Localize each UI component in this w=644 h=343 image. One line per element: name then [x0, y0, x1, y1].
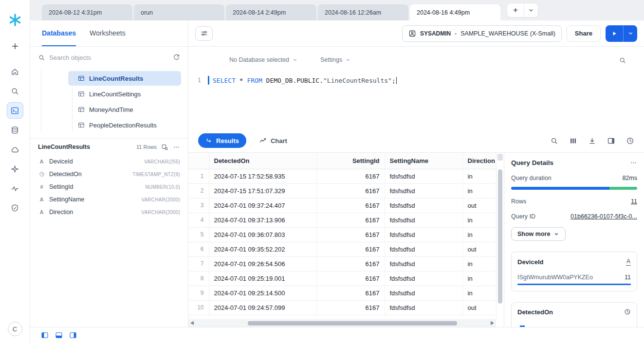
- worksheet-tab-1[interactable]: 2024-08-12 4:31pm: [42, 4, 132, 20]
- tab-databases[interactable]: Databases: [42, 20, 76, 46]
- table-row[interactable]: 12024-07-15 17:52:58.9356167fdsfsdfsdin: [188, 169, 496, 183]
- share-button[interactable]: Share: [567, 25, 601, 42]
- query-history-icon[interactable]: [626, 137, 634, 145]
- table-row[interactable]: 42024-07-01 09:37:13.9066167fdsfsdfsdin: [188, 213, 496, 227]
- role-warehouse-selector[interactable]: SYSADMIN • SAMPLE_WAREHOUSE (X-Small): [402, 25, 562, 42]
- split-view-icon[interactable]: [607, 137, 615, 145]
- cell-settingname: fdsfsdfsd: [385, 271, 462, 286]
- panel-tabs: Databases Worksheets: [30, 20, 188, 47]
- table-row[interactable]: 62024-07-01 09:35:52.2026167fdsfsdfsdout: [188, 242, 496, 256]
- editor-options-button[interactable]: [195, 26, 213, 41]
- home-nav-button[interactable]: [7, 63, 23, 80]
- tree-item-linecountresults[interactable]: LineCountResults: [68, 71, 181, 86]
- table-row[interactable]: 92024-07-01 09:25:14.5006167fdsfsdfsdin: [188, 286, 496, 300]
- table-row[interactable]: 102024-07-01 09:24:57.0996167fdsfsdfsdou…: [188, 300, 496, 315]
- download-icon[interactable]: [588, 137, 596, 145]
- stat-card-detectedon[interactable]: DetectedOn: [511, 302, 637, 327]
- column-datatype: VARCHAR(2000): [141, 197, 180, 202]
- worksheet-tab-5-active[interactable]: 2024-08-16 4:49pm: [410, 4, 500, 20]
- governance-nav-button[interactable]: [7, 199, 23, 216]
- activity-nav-button[interactable]: [7, 180, 23, 197]
- layout-bottom-panel-icon[interactable]: [55, 331, 63, 339]
- tab-list-dropdown-button[interactable]: [524, 3, 538, 17]
- columns-icon[interactable]: [569, 137, 577, 145]
- horizontal-scrollbar-thumb[interactable]: [248, 321, 457, 325]
- column-row[interactable]: A Direction VARCHAR(2000): [30, 206, 188, 218]
- marketplace-nav-button[interactable]: [7, 141, 23, 158]
- rows-value-link[interactable]: 11: [631, 198, 637, 205]
- chart-tab-button[interactable]: Chart: [259, 137, 287, 144]
- line-number: 1: [188, 77, 208, 84]
- tree-item-peopledetectionresults[interactable]: PeopleDetectionResults: [68, 118, 181, 132]
- col-header-detectedon[interactable]: DetectedOn: [209, 153, 316, 169]
- chart-icon: [259, 137, 267, 144]
- cell-direction: in: [462, 286, 496, 300]
- worksheet-tab-2[interactable]: orun: [134, 4, 224, 20]
- new-worksheet-button[interactable]: [7, 38, 23, 54]
- code-line-1[interactable]: 1 SELECT * FROM DEMO_DB.PUBLIC."LineCoun…: [188, 76, 644, 85]
- col-header-direction[interactable]: Direction: [462, 153, 496, 169]
- table-row[interactable]: 32024-07-01 09:37:24.4076167fdsfsdfsdout: [188, 198, 496, 213]
- user-avatar[interactable]: C: [8, 322, 22, 336]
- column-row[interactable]: # SettingId NUMBER(10,0): [30, 181, 188, 193]
- tab-label: 2024-08-14 2:49pm: [233, 9, 286, 16]
- run-button[interactable]: [606, 25, 623, 42]
- database-selector[interactable]: No Database selected: [229, 56, 298, 63]
- query-details-menu-icon[interactable]: [630, 159, 637, 166]
- add-tab-button[interactable]: +: [507, 3, 524, 17]
- cell-settingid: 6167: [316, 213, 385, 227]
- scroll-right-arrow[interactable]: [491, 321, 494, 325]
- worksheet-toolbar: SYSADMIN • SAMPLE_WAREHOUSE (X-Small) Sh…: [188, 20, 644, 47]
- query-id-link[interactable]: 01b66236-0107-5f3c-0...: [570, 213, 637, 220]
- chevron-down-icon: [292, 57, 298, 63]
- results-tab-button[interactable]: Results: [198, 133, 246, 148]
- table-row[interactable]: 22024-07-15 17:51:07.3296167fdsfsdfsdin: [188, 183, 496, 198]
- tab-worksheets[interactable]: Worksheets: [90, 20, 126, 46]
- refresh-icon[interactable]: [172, 54, 180, 61]
- cell-detectedon: 2024-07-01 09:25:14.500: [209, 286, 316, 300]
- column-row[interactable]: DetectedOn TIMESTAMP_NTZ(9): [30, 168, 188, 181]
- show-more-button[interactable]: Show more: [511, 227, 566, 241]
- column-row[interactable]: A DeviceId VARCHAR(255): [30, 155, 188, 168]
- warehouse-name: SAMPLE_WAREHOUSE (X-Small): [460, 30, 555, 37]
- vertical-scrollbar-thumb[interactable]: [498, 169, 502, 304]
- search-nav-button[interactable]: [7, 83, 23, 99]
- tree-item-linecountsettings[interactable]: LineCountSettings: [68, 87, 181, 101]
- scroll-left-arrow[interactable]: [190, 321, 194, 325]
- table-row[interactable]: 72024-07-01 09:26:54.5066167fdsfsdfsdin: [188, 256, 496, 271]
- tab-label: 2024-08-16 12:26am: [325, 9, 381, 16]
- worksheets-nav-button[interactable]: [7, 102, 23, 119]
- snowflake-logo[interactable]: [7, 12, 23, 28]
- results-search-icon[interactable]: [550, 137, 558, 145]
- sql-editor[interactable]: No Database selected Settings 1 SELECT *…: [188, 47, 644, 129]
- table-row[interactable]: 82024-07-01 09:25:19.0016167fdsfsdfsdin: [188, 271, 496, 286]
- preview-data-icon[interactable]: [161, 144, 168, 151]
- col-header-settingname[interactable]: SettingName: [385, 153, 462, 169]
- table-row[interactable]: 52024-07-01 09:36:07.8036167fdsfsdfsdin: [188, 227, 496, 242]
- editor-search-button[interactable]: [619, 56, 626, 64]
- col-header-settingid[interactable]: SettingId: [316, 153, 385, 169]
- role-name: SYSADMIN: [420, 30, 451, 37]
- stat-card-deviceid[interactable]: DeviceId A ISgtWmurubWW0aPYKZEo 11: [511, 252, 637, 291]
- worksheet-tab-3[interactable]: 2024-08-14 2:49pm: [226, 4, 316, 20]
- app-root: C 2024-08-12 4:31pm orun 2024-08-14 2:49…: [0, 0, 644, 343]
- schema-selector[interactable]: Settings: [320, 56, 351, 63]
- object-search-input[interactable]: [49, 54, 168, 61]
- ai-nav-button[interactable]: [7, 161, 23, 177]
- data-nav-button[interactable]: [7, 122, 23, 138]
- layout-right-panel-icon[interactable]: [69, 331, 77, 339]
- run-options-button[interactable]: [624, 25, 637, 42]
- tree-item-moneyandtime[interactable]: MoneyAndTime: [68, 102, 181, 117]
- cell-detectedon: 2024-07-01 09:25:19.001: [209, 271, 316, 286]
- object-menu-icon[interactable]: [173, 144, 180, 151]
- cell-direction: out: [462, 242, 496, 256]
- cell-direction: out: [462, 198, 496, 213]
- tree-guide-line: [41, 70, 41, 132]
- column-datatype: VARCHAR(2000): [141, 210, 180, 215]
- worksheet-tab-4[interactable]: 2024-08-16 12:26am: [318, 4, 408, 20]
- column-row[interactable]: A SettingName VARCHAR(2000): [30, 193, 188, 206]
- horizontal-scrollbar[interactable]: [188, 319, 496, 327]
- vertical-scrollbar[interactable]: [496, 153, 504, 319]
- layout-left-panel-icon[interactable]: [41, 331, 49, 339]
- rows-label: Rows: [511, 198, 526, 205]
